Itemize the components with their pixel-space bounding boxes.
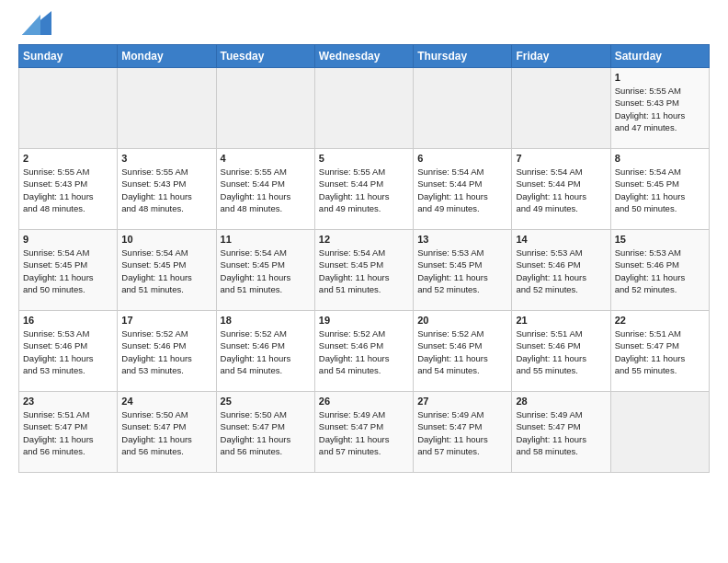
calendar-day-cell (314, 68, 413, 149)
day-info: Sunrise: 5:52 AM Sunset: 5:46 PM Dayligh… (417, 327, 507, 376)
weekday-header: Tuesday (216, 45, 314, 68)
day-info: Sunrise: 5:51 AM Sunset: 5:46 PM Dayligh… (516, 327, 606, 376)
day-number: 7 (516, 153, 606, 164)
weekday-header: Friday (512, 45, 610, 68)
calendar-day-cell: 26Sunrise: 5:49 AM Sunset: 5:47 PM Dayli… (314, 392, 413, 473)
calendar-day-cell (414, 68, 512, 149)
day-number: 5 (319, 153, 409, 164)
day-info: Sunrise: 5:51 AM Sunset: 5:47 PM Dayligh… (615, 327, 705, 376)
day-info: Sunrise: 5:54 AM Sunset: 5:44 PM Dayligh… (417, 166, 507, 214)
day-number: 19 (319, 315, 409, 326)
calendar-day-cell: 24Sunrise: 5:50 AM Sunset: 5:47 PM Dayli… (118, 392, 216, 473)
day-number: 21 (516, 315, 606, 326)
day-info: Sunrise: 5:54 AM Sunset: 5:45 PM Dayligh… (319, 247, 409, 295)
calendar-week-row: 1Sunrise: 5:55 AM Sunset: 5:43 PM Daylig… (19, 68, 710, 149)
day-number: 27 (417, 396, 507, 407)
day-info: Sunrise: 5:49 AM Sunset: 5:47 PM Dayligh… (417, 408, 507, 457)
calendar-day-cell: 8Sunrise: 5:54 AM Sunset: 5:45 PM Daylig… (610, 149, 709, 230)
day-info: Sunrise: 5:53 AM Sunset: 5:46 PM Dayligh… (516, 247, 606, 295)
calendar-day-cell: 27Sunrise: 5:49 AM Sunset: 5:47 PM Dayli… (414, 392, 512, 473)
day-info: Sunrise: 5:52 AM Sunset: 5:46 PM Dayligh… (319, 327, 409, 376)
day-number: 25 (221, 396, 311, 407)
calendar-table: SundayMondayTuesdayWednesdayThursdayFrid… (18, 44, 710, 473)
day-number: 22 (615, 315, 705, 326)
calendar-day-cell: 12Sunrise: 5:54 AM Sunset: 5:45 PM Dayli… (314, 230, 413, 311)
day-number: 13 (417, 234, 507, 245)
day-number: 3 (121, 153, 211, 164)
day-info: Sunrise: 5:55 AM Sunset: 5:43 PM Dayligh… (615, 85, 705, 133)
day-number: 15 (615, 234, 705, 245)
calendar-day-cell (19, 68, 118, 149)
day-number: 4 (221, 153, 311, 164)
day-info: Sunrise: 5:51 AM Sunset: 5:47 PM Dayligh… (23, 408, 113, 457)
day-number: 26 (319, 396, 409, 407)
calendar-day-cell: 14Sunrise: 5:53 AM Sunset: 5:46 PM Dayli… (512, 230, 610, 311)
day-info: Sunrise: 5:50 AM Sunset: 5:47 PM Dayligh… (121, 408, 211, 457)
day-number: 6 (417, 153, 507, 164)
weekday-header: Monday (118, 45, 216, 68)
day-info: Sunrise: 5:50 AM Sunset: 5:47 PM Dayligh… (221, 408, 311, 457)
day-number: 9 (23, 234, 113, 245)
calendar-header-row: SundayMondayTuesdayWednesdayThursdayFrid… (19, 45, 710, 68)
calendar-day-cell: 19Sunrise: 5:52 AM Sunset: 5:46 PM Dayli… (314, 311, 413, 392)
calendar-day-cell: 2Sunrise: 5:55 AM Sunset: 5:43 PM Daylig… (19, 149, 118, 230)
calendar-day-cell: 17Sunrise: 5:52 AM Sunset: 5:46 PM Dayli… (118, 311, 216, 392)
day-number: 24 (121, 396, 211, 407)
weekday-header: Thursday (414, 45, 512, 68)
day-number: 12 (319, 234, 409, 245)
calendar-day-cell: 4Sunrise: 5:55 AM Sunset: 5:44 PM Daylig… (216, 149, 314, 230)
day-number: 14 (516, 234, 606, 245)
calendar-day-cell: 11Sunrise: 5:54 AM Sunset: 5:45 PM Dayli… (216, 230, 314, 311)
day-info: Sunrise: 5:54 AM Sunset: 5:45 PM Dayligh… (23, 247, 113, 295)
calendar-day-cell: 23Sunrise: 5:51 AM Sunset: 5:47 PM Dayli… (19, 392, 118, 473)
day-info: Sunrise: 5:54 AM Sunset: 5:45 PM Dayligh… (121, 247, 211, 295)
day-info: Sunrise: 5:54 AM Sunset: 5:45 PM Dayligh… (615, 166, 705, 214)
calendar-day-cell: 9Sunrise: 5:54 AM Sunset: 5:45 PM Daylig… (19, 230, 118, 311)
day-info: Sunrise: 5:49 AM Sunset: 5:47 PM Dayligh… (319, 408, 409, 457)
svg-marker-1 (22, 15, 40, 35)
day-info: Sunrise: 5:53 AM Sunset: 5:45 PM Dayligh… (417, 247, 507, 295)
logo-icon (22, 11, 51, 35)
day-number: 16 (23, 315, 113, 326)
day-info: Sunrise: 5:55 AM Sunset: 5:43 PM Dayligh… (121, 166, 211, 214)
day-number: 2 (23, 153, 113, 164)
calendar-day-cell (610, 392, 709, 473)
calendar-day-cell: 3Sunrise: 5:55 AM Sunset: 5:43 PM Daylig… (118, 149, 216, 230)
day-number: 11 (221, 234, 311, 245)
weekday-header: Saturday (610, 45, 709, 68)
weekday-header: Wednesday (314, 45, 413, 68)
calendar-day-cell: 25Sunrise: 5:50 AM Sunset: 5:47 PM Dayli… (216, 392, 314, 473)
calendar-week-row: 2Sunrise: 5:55 AM Sunset: 5:43 PM Daylig… (19, 149, 710, 230)
day-info: Sunrise: 5:49 AM Sunset: 5:47 PM Dayligh… (516, 408, 606, 457)
day-number: 17 (121, 315, 211, 326)
calendar-day-cell: 10Sunrise: 5:54 AM Sunset: 5:45 PM Dayli… (118, 230, 216, 311)
calendar-day-cell: 1Sunrise: 5:55 AM Sunset: 5:43 PM Daylig… (610, 68, 709, 149)
day-number: 28 (516, 396, 606, 407)
day-info: Sunrise: 5:55 AM Sunset: 5:44 PM Dayligh… (221, 166, 311, 214)
header (18, 15, 710, 35)
calendar-day-cell: 18Sunrise: 5:52 AM Sunset: 5:46 PM Dayli… (216, 311, 314, 392)
day-info: Sunrise: 5:53 AM Sunset: 5:46 PM Dayligh… (23, 327, 113, 376)
day-info: Sunrise: 5:54 AM Sunset: 5:44 PM Dayligh… (516, 166, 606, 214)
calendar-day-cell: 20Sunrise: 5:52 AM Sunset: 5:46 PM Dayli… (414, 311, 512, 392)
calendar-day-cell: 13Sunrise: 5:53 AM Sunset: 5:45 PM Dayli… (414, 230, 512, 311)
calendar-day-cell: 28Sunrise: 5:49 AM Sunset: 5:47 PM Dayli… (512, 392, 610, 473)
calendar-day-cell (216, 68, 314, 149)
calendar-day-cell: 16Sunrise: 5:53 AM Sunset: 5:46 PM Dayli… (19, 311, 118, 392)
day-number: 20 (417, 315, 507, 326)
calendar-week-row: 23Sunrise: 5:51 AM Sunset: 5:47 PM Dayli… (19, 392, 710, 473)
weekday-header: Sunday (19, 45, 118, 68)
calendar-day-cell: 5Sunrise: 5:55 AM Sunset: 5:44 PM Daylig… (314, 149, 413, 230)
calendar-day-cell: 15Sunrise: 5:53 AM Sunset: 5:46 PM Dayli… (610, 230, 709, 311)
day-info: Sunrise: 5:52 AM Sunset: 5:46 PM Dayligh… (221, 327, 311, 376)
day-number: 8 (615, 153, 705, 164)
day-number: 18 (221, 315, 311, 326)
calendar-week-row: 16Sunrise: 5:53 AM Sunset: 5:46 PM Dayli… (19, 311, 710, 392)
calendar-day-cell: 21Sunrise: 5:51 AM Sunset: 5:46 PM Dayli… (512, 311, 610, 392)
logo (18, 15, 51, 35)
day-info: Sunrise: 5:55 AM Sunset: 5:43 PM Dayligh… (23, 166, 113, 214)
day-number: 10 (121, 234, 211, 245)
calendar-day-cell: 6Sunrise: 5:54 AM Sunset: 5:44 PM Daylig… (414, 149, 512, 230)
day-info: Sunrise: 5:53 AM Sunset: 5:46 PM Dayligh… (615, 247, 705, 295)
day-info: Sunrise: 5:54 AM Sunset: 5:45 PM Dayligh… (221, 247, 311, 295)
